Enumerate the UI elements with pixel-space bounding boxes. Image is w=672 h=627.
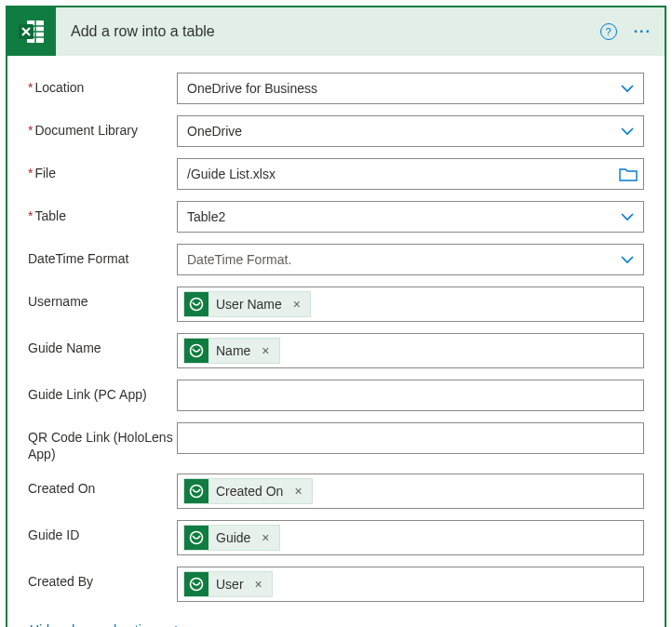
svg-point-9 (191, 532, 203, 544)
label-datetime-format: DateTime Format (28, 244, 177, 268)
row-file: File /Guide List.xlsx (28, 158, 644, 190)
svg-point-8 (191, 486, 203, 498)
hide-advanced-options-link[interactable]: Hide advanced options (28, 613, 182, 627)
label-guide-link: Guide Link (PC App) (28, 380, 177, 404)
created-on-input[interactable]: Created On × (177, 474, 644, 509)
label-guide-id: Guide ID (28, 520, 177, 544)
document-library-select[interactable]: OneDrive (177, 115, 644, 147)
token-user[interactable]: User × (183, 571, 273, 597)
label-username: Username (28, 287, 177, 311)
svg-point-10 (191, 579, 203, 591)
label-location: Location (28, 73, 177, 97)
label-table: Table (28, 201, 177, 225)
row-guide-name: Guide Name Name × (28, 333, 644, 368)
row-location: Location OneDrive for Business (28, 73, 644, 104)
token-label: User Name (216, 297, 282, 312)
document-library-value: OneDrive (187, 124, 617, 139)
row-guide-id: Guide ID Guide × (28, 520, 644, 555)
chevron-down-icon[interactable] (617, 209, 638, 224)
token-user-name[interactable]: User Name × (183, 291, 311, 317)
dataverse-icon (184, 339, 208, 363)
datetime-format-select[interactable]: DateTime Format. (177, 244, 644, 275)
help-icon[interactable]: ? (600, 23, 617, 40)
row-table: Table Table2 (28, 201, 644, 233)
token-label: User (216, 577, 244, 592)
remove-token-icon[interactable]: × (289, 297, 304, 312)
label-created-by: Created By (28, 567, 177, 591)
chevron-up-icon (169, 623, 182, 627)
chevron-down-icon[interactable] (617, 124, 638, 139)
remove-token-icon[interactable]: × (258, 530, 273, 545)
token-guide[interactable]: Guide × (183, 525, 280, 551)
token-label: Guide (216, 530, 250, 545)
advanced-options-label: Hide advanced options (30, 622, 162, 627)
dataverse-icon (184, 572, 208, 596)
chevron-down-icon[interactable] (617, 81, 638, 96)
folder-picker-icon[interactable] (619, 167, 638, 181)
token-created-on[interactable]: Created On × (183, 478, 313, 504)
remove-token-icon[interactable]: × (258, 343, 273, 358)
username-input[interactable]: User Name × (177, 287, 644, 322)
remove-token-icon[interactable]: × (290, 484, 305, 499)
label-file: File (28, 158, 177, 182)
dataverse-icon (184, 292, 208, 316)
row-datetime-format: DateTime Format DateTime Format. (28, 244, 644, 275)
guide-link-input[interactable] (177, 380, 644, 411)
label-guide-name: Guide Name (28, 333, 177, 357)
more-options-icon[interactable]: ··· (634, 23, 652, 40)
label-document-library: Document Library (28, 115, 177, 140)
row-created-by: Created By User × (28, 567, 644, 602)
token-label: Created On (216, 484, 283, 499)
guide-id-input[interactable]: Guide × (177, 520, 644, 555)
token-name[interactable]: Name × (183, 338, 280, 364)
card-body: Location OneDrive for Business Document … (7, 56, 665, 627)
card-title: Add a row into a table (56, 23, 600, 40)
datetime-format-placeholder: DateTime Format. (187, 252, 617, 267)
row-created-on: Created On Created On × (28, 474, 644, 509)
action-card: Add a row into a table ? ··· Location On… (6, 6, 666, 627)
location-value: OneDrive for Business (187, 81, 617, 96)
card-header: Add a row into a table ? ··· (7, 7, 665, 56)
label-created-on: Created On (28, 474, 177, 498)
label-qr-code-link: QR Code Link (HoloLens App) (28, 422, 177, 462)
table-select[interactable]: Table2 (177, 201, 644, 233)
row-guide-link: Guide Link (PC App) (28, 380, 644, 411)
guide-name-input[interactable]: Name × (177, 333, 644, 368)
token-label: Name (216, 343, 250, 358)
row-document-library: Document Library OneDrive (28, 115, 644, 147)
row-qr-code-link: QR Code Link (HoloLens App) (28, 422, 644, 462)
table-value: Table2 (187, 209, 617, 224)
dataverse-icon (184, 526, 208, 550)
excel-icon (7, 7, 56, 56)
dataverse-icon (184, 479, 208, 503)
location-select[interactable]: OneDrive for Business (177, 73, 644, 104)
svg-point-6 (191, 299, 203, 311)
svg-point-7 (191, 345, 203, 357)
created-by-input[interactable]: User × (177, 567, 644, 602)
file-value: /Guide List.xlsx (187, 167, 619, 181)
row-username: Username User Name × (28, 287, 644, 322)
qr-code-link-input[interactable] (177, 422, 644, 454)
remove-token-icon[interactable]: × (251, 577, 266, 592)
header-actions: ? ··· (600, 23, 665, 40)
file-input[interactable]: /Guide List.xlsx (177, 158, 644, 190)
chevron-down-icon[interactable] (617, 252, 638, 267)
